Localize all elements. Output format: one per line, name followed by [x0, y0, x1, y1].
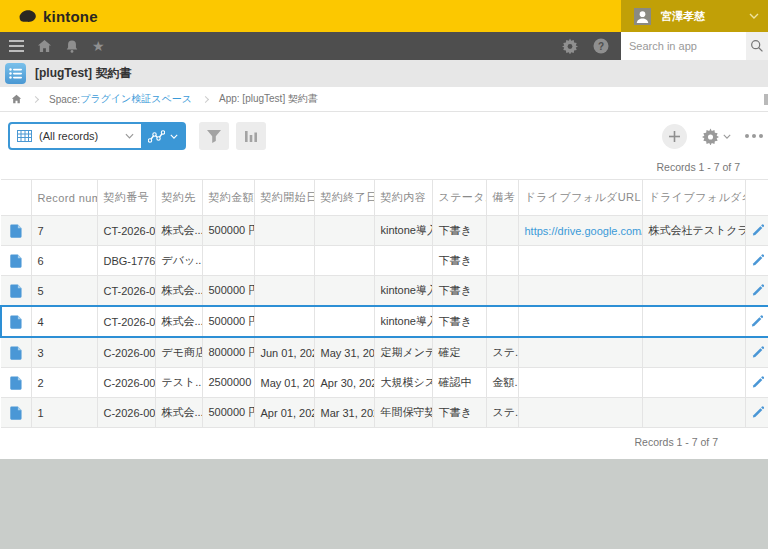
cell-contract-number: C-2026-003: [97, 337, 155, 368]
record-list-view: (All records): [0, 112, 768, 459]
open-record-cell[interactable]: [1, 246, 31, 276]
cell-contract-number: C-2026-002: [97, 368, 155, 398]
home-icon[interactable]: [37, 39, 52, 53]
edit-record-button[interactable]: [745, 246, 768, 276]
line-chart-icon: [148, 130, 165, 143]
cell-record-number: 2: [31, 368, 97, 398]
edit-pencil-icon: [750, 315, 763, 328]
breadcrumb-home-icon[interactable]: [11, 94, 22, 104]
column-header-start-date[interactable]: 契約開始日: [254, 180, 314, 216]
cell-contract-content: kintone導入...: [374, 216, 432, 246]
cell-amount: 2500000 円: [202, 368, 254, 398]
cell-drive-folder-url: [518, 337, 642, 368]
cell-client: テスト...: [155, 368, 202, 398]
cell-end-date: Mar 31, 2027: [314, 398, 374, 428]
filter-button[interactable]: [199, 122, 229, 150]
record-table-body: 7CT-2026-001株式会...500000 円kintone導入...下書…: [1, 216, 768, 428]
chart-button[interactable]: [236, 122, 266, 150]
cell-end-date: [314, 216, 374, 246]
cell-status: 下書き: [432, 216, 486, 246]
app-settings-button[interactable]: [702, 128, 731, 145]
cell-client: デバッ...: [155, 246, 202, 276]
column-header-record-number[interactable]: Record number: [31, 180, 97, 216]
edit-record-button[interactable]: [745, 398, 768, 428]
settings-gear-icon[interactable]: [562, 38, 578, 54]
view-selector-dropdown[interactable]: (All records): [10, 124, 141, 148]
cell-drive-folder-name: [642, 368, 745, 398]
breadcrumb-space-link[interactable]: プラグイン検証スペース: [80, 92, 192, 106]
search-submit-button[interactable]: [746, 32, 768, 60]
records-table: Record number契約番号契約先契約金額契約開始日契約終了日契約内容ステ…: [0, 179, 768, 428]
favorites-star-icon[interactable]: ★: [92, 39, 105, 53]
cell-drive-folder-name: 株式会社テストクライアン...: [642, 216, 745, 246]
edit-record-button[interactable]: [745, 368, 768, 398]
plus-icon: [668, 130, 681, 143]
cell-amount: 500000 円: [202, 216, 254, 246]
search-input[interactable]: [621, 32, 746, 60]
cell-contract-content: 大規模シス...: [374, 368, 432, 398]
list-view-icon: [9, 68, 22, 79]
add-record-button[interactable]: [662, 124, 687, 149]
cell-drive-folder-url: https://drive.google.com/drive/f...: [518, 216, 642, 246]
column-header-contract-number[interactable]: 契約番号: [97, 180, 155, 216]
help-icon[interactable]: ?: [593, 38, 609, 54]
hamburger-menu-icon[interactable]: [9, 40, 24, 52]
column-header-end-date[interactable]: 契約終了日: [314, 180, 374, 216]
kintone-logo[interactable]: kintone: [0, 0, 98, 32]
column-header-icon: [1, 180, 31, 216]
open-record-cell[interactable]: [1, 306, 31, 337]
cell-notes: [486, 276, 518, 307]
cell-client: 株式会...: [155, 276, 202, 307]
app-title: [plugTest] 契約書: [35, 65, 131, 82]
column-header-contract-content[interactable]: 契約内容: [374, 180, 432, 216]
cell-contract-number: C-2026-001: [97, 398, 155, 428]
edit-record-button[interactable]: [745, 337, 768, 368]
column-header-client[interactable]: 契約先: [155, 180, 202, 216]
notifications-bell-icon[interactable]: [65, 39, 79, 54]
edit-pencil-icon: [751, 224, 764, 237]
record-count-bottom: Records 1 - 7 of 7: [0, 428, 768, 459]
table-view-icon: [17, 130, 32, 142]
table-row: 1C-2026-001株式会...500000 円Apr 01, 2026Mar…: [1, 398, 768, 428]
open-record-cell[interactable]: [1, 276, 31, 307]
cell-drive-folder-name: [642, 306, 745, 337]
chevron-down-icon: [125, 133, 134, 139]
edit-record-button[interactable]: [745, 276, 768, 307]
open-record-cell[interactable]: [1, 398, 31, 428]
breadcrumb-collapse-handle-icon[interactable]: [764, 94, 768, 105]
open-record-cell[interactable]: [1, 216, 31, 246]
user-menu[interactable]: 宮澤孝慈: [621, 0, 768, 32]
drive-folder-url-link[interactable]: https://drive.google.com/drive/f...: [525, 225, 643, 237]
cell-notes: ステ...: [486, 337, 518, 368]
document-icon: [10, 284, 22, 298]
edit-record-button[interactable]: [745, 216, 768, 246]
column-header-notes[interactable]: 備考: [486, 180, 518, 216]
graph-view-button[interactable]: [141, 124, 184, 148]
cell-client: 株式会...: [155, 216, 202, 246]
edit-record-button[interactable]: [745, 306, 768, 337]
table-row: 6DBG-17761...デバッ...下書き: [1, 246, 768, 276]
user-name: 宮澤孝慈: [661, 9, 705, 24]
open-record-cell[interactable]: [1, 337, 31, 368]
edit-pencil-icon: [751, 254, 764, 267]
toolbar-right-actions: [662, 124, 756, 149]
global-nav: ★ ?: [0, 32, 768, 60]
cell-drive-folder-url: [518, 368, 642, 398]
document-icon: [10, 346, 22, 360]
cell-drive-folder-url: [518, 398, 642, 428]
open-record-cell[interactable]: [1, 368, 31, 398]
cell-drive-folder-name: [642, 398, 745, 428]
cell-contract-content: 定期メンテ...: [374, 337, 432, 368]
app-icon[interactable]: [5, 63, 26, 84]
column-header-amount[interactable]: 契約金額: [202, 180, 254, 216]
cell-status: 下書き: [432, 246, 486, 276]
cell-contract-content: 年間保守契...: [374, 398, 432, 428]
view-toolbar: (All records): [0, 112, 768, 150]
column-header-status[interactable]: ステータス: [432, 180, 486, 216]
more-options-button[interactable]: [745, 134, 763, 138]
cell-notes: 金額...: [486, 368, 518, 398]
column-header-drive-folder-url[interactable]: ドライブフォルダURL: [518, 180, 642, 216]
cell-client: 株式会...: [155, 306, 202, 337]
column-header-drive-folder-name[interactable]: ドライブフォルダ名: [642, 180, 745, 216]
cell-client: デモ商店: [155, 337, 202, 368]
